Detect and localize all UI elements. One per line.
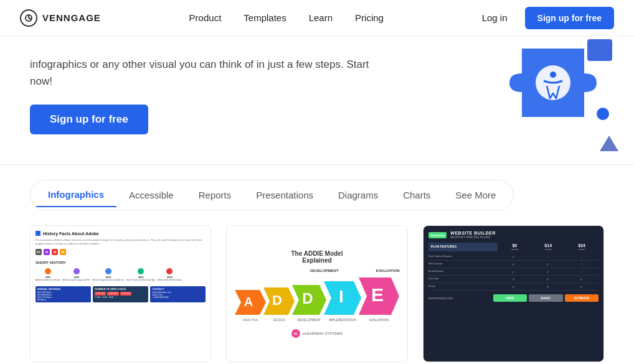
elearning-logo: eL eLEARNING SYSTEMS (291, 329, 343, 338)
card1-section-title: SHORT HISTORY (35, 261, 206, 264)
hero-cta-button[interactable]: Sign up for free (30, 105, 148, 134)
ps-icon: Ps (35, 249, 42, 255)
card3-titles: WEBSITE BUILDER MONTHLY PRICING PLANS (450, 231, 495, 239)
year-2023: 2023 Adobe introduced Photoshop (158, 268, 182, 281)
logo-icon (20, 9, 37, 27)
card3-header: knowza WEBSITE BUILDER MONTHLY PRICING P… (428, 231, 599, 239)
svg-line-2 (29, 18, 31, 19)
card-process[interactable]: The ADDIE Model Explained DEVELOPMENT EV… (226, 225, 407, 364)
svg-point-4 (550, 72, 556, 78)
hero-subtitle: infographics or any other visual you can… (30, 56, 391, 90)
card3-content: knowza WEBSITE BUILDER MONTHLY PRICING P… (423, 226, 603, 362)
card1-timeline: 1987 Adobe Illustrator first released 19… (35, 268, 206, 281)
feature-row-seo: SEO Control ✓ ✓ ◌ (428, 261, 599, 268)
id-icon: Id (52, 249, 58, 255)
tab-presentations[interactable]: Presentations (244, 184, 326, 207)
hero-section: infographics or any other visual you can… (0, 36, 634, 154)
year-2015: 2015 Adobe changed its name to Adobe Inc (93, 268, 125, 281)
svg-text:I: I (339, 287, 344, 306)
nav-actions: Log in Sign up for free (472, 7, 614, 29)
card-image-timeline: History Facts About Adobe For many years… (30, 225, 211, 362)
navbar: VENNGAGE Product Templates Learn Pricing… (0, 0, 634, 36)
plans-header: PLAN FEATURES $0 month $14 month $24 mon… (428, 243, 599, 251)
logo[interactable]: VENNGAGE (20, 9, 101, 27)
arrow-i: I IMPLEMENTATION (324, 281, 361, 322)
elearning-icon: eL (291, 329, 300, 338)
login-button[interactable]: Log in (472, 7, 518, 28)
btn-free[interactable]: FREE (493, 294, 527, 302)
tabs-section: Infographics Accessible Reports Presenta… (0, 180, 634, 210)
card1-subtitle: For many years, Adobe software has been … (35, 238, 206, 245)
logo-text: VENNGAGE (42, 12, 101, 23)
card-image-comparison: knowza WEBSITE BUILDER MONTHLY PRICING P… (423, 225, 604, 362)
svg-point-6 (597, 108, 609, 120)
tab-infographics[interactable]: Infographics (35, 183, 116, 207)
svg-text:D: D (302, 290, 313, 307)
hero-graphic (472, 36, 634, 154)
card-timeline[interactable]: History Facts About Adobe For many years… (30, 225, 211, 364)
nav-product[interactable]: Product (179, 7, 232, 28)
hero-text: infographics or any other visual you can… (30, 56, 391, 134)
website-url: www.knowza.com (428, 294, 491, 302)
employees-stat: NUMBER OF EMPLOYEES 1998-2007 2008-2015 … (93, 286, 148, 302)
plan-pro-header: $24 month (565, 243, 599, 251)
feature-row-forum: Forum ✗ ✗ ✓ (428, 283, 599, 291)
tab-reports[interactable]: Reports (186, 184, 244, 207)
card3-logo: knowza (428, 232, 447, 238)
plan-free-header: $0 month (498, 243, 531, 251)
cta-row: www.knowza.com FREE BASIC ULTIMATE (428, 294, 599, 302)
svg-text:E: E (371, 284, 384, 305)
dot-1993 (73, 268, 80, 274)
svg-text:A: A (244, 295, 253, 309)
divider (0, 164, 634, 165)
nav-links: Product Templates Learn Pricing (179, 7, 394, 28)
tab-see-more[interactable]: See More (443, 184, 508, 207)
nav-learn[interactable]: Learn (299, 7, 343, 28)
dot-2021 (138, 268, 144, 274)
year-1993: 1993 Adobe merged its page and PDF (63, 268, 90, 281)
svg-marker-7 (600, 136, 618, 151)
card1-content: History Facts About Adobe For many years… (31, 226, 211, 362)
tab-diagrams[interactable]: Diagrams (326, 184, 390, 207)
card-image-process: The ADDIE Model Explained DEVELOPMENT EV… (226, 225, 407, 362)
btn-ultimate[interactable]: ULTIMATE (565, 294, 599, 302)
dot-1987 (45, 268, 51, 274)
stats-row: ANNUAL REVENUE $15.785 billion $12.868 b… (35, 286, 206, 302)
tab-charts[interactable]: Charts (390, 184, 443, 207)
year-1987: 1987 Adobe Illustrator first released (35, 268, 60, 281)
revenue-stat: ANNUAL REVENUE $15.785 billion $12.868 b… (35, 286, 91, 302)
br-icon: Br (60, 249, 66, 255)
tabs-bar: Infographics Accessible Reports Presenta… (30, 180, 514, 210)
feature-row-domain: Free Custom Domain ✓ ◌ ◌ (428, 253, 599, 261)
nav-pricing[interactable]: Pricing (345, 7, 394, 28)
plan-features-header: PLAN FEATURES (428, 243, 498, 251)
addie-arrows: A ANALYSIS D DESIGN (235, 278, 399, 322)
year-2021: 2021 New Premiere and Dimension App (126, 268, 155, 281)
btn-basic[interactable]: BASIC (529, 294, 562, 302)
feature-row-chat: Live Chat ✗ ✗ ✓ (428, 276, 599, 283)
cards-grid: History Facts About Adobe For many years… (30, 225, 604, 364)
svg-text:D: D (272, 292, 282, 308)
cards-section: History Facts About Adobe For many years… (0, 210, 634, 364)
arrow-d1: D DESIGN (263, 287, 295, 322)
card1-title-bar (35, 231, 40, 236)
svg-rect-5 (587, 39, 612, 61)
feature-row-email: Email Service ✓ ✓ ◌ (428, 268, 599, 276)
arrow-e: E EVALUATION (359, 278, 399, 322)
arrow-d2: D DEVELOPMENT (292, 285, 326, 322)
card-comparison[interactable]: knowza WEBSITE BUILDER MONTHLY PRICING P… (423, 225, 604, 364)
nav-templates[interactable]: Templates (234, 7, 296, 28)
card2-content: The ADDIE Model Explained DEVELOPMENT EV… (227, 226, 407, 362)
app-icons-row: Ps Ai Id Br (35, 249, 206, 255)
contact-stat: CONTACT adobe@adobe.com adobe.com +1 800… (150, 286, 206, 302)
labels-top: DEVELOPMENT EVALUATION (234, 269, 399, 273)
arrow-a: A ANALYSIS (235, 290, 266, 322)
card2-title: The ADDIE Model Explained (291, 250, 343, 264)
dot-2023 (166, 268, 173, 274)
ai-icon: Ai (44, 249, 50, 255)
plan-basic-header: $14 month (531, 243, 565, 251)
signup-button-nav[interactable]: Sign up for free (525, 7, 614, 29)
dot-2015 (105, 268, 111, 274)
card1-title: History Facts About Adobe (35, 231, 206, 236)
tab-accessible[interactable]: Accessible (116, 184, 186, 207)
